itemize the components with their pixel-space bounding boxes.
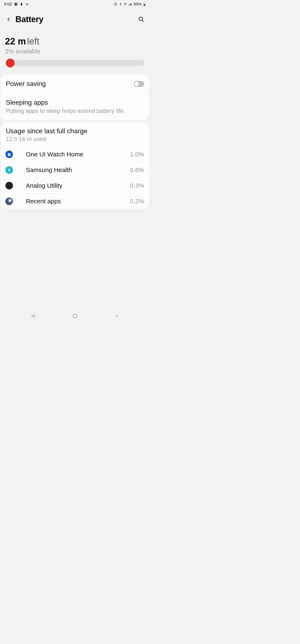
power-saving-label: Power saving (6, 80, 46, 88)
battery-hero: 22 m left 2% available (0, 26, 150, 72)
svg-point-2 (27, 5, 27, 5)
oneui-icon: S (5, 150, 13, 158)
app-row-analog[interactable]: Analog Utility 0.3% (1, 178, 149, 193)
time-remaining-suffix: left (27, 36, 39, 46)
usage-subtitle: 12 h 16 m used (6, 136, 144, 142)
recent-icon (5, 198, 13, 205)
health-icon (5, 166, 13, 174)
svg-rect-11 (144, 4, 145, 6)
nav-back-button[interactable] (113, 312, 120, 320)
dnd-icon (14, 2, 18, 6)
app-pct: 0.3% (130, 182, 144, 189)
svg-point-14 (9, 168, 10, 170)
svg-rect-10 (144, 2, 145, 2)
time-remaining-value: 22 m (5, 36, 26, 46)
status-battery-pct: 60% (134, 2, 142, 6)
app-name: Recent apps (26, 198, 61, 205)
alarm-icon (114, 2, 117, 6)
sleeping-apps-title: Sleeping apps (6, 99, 125, 106)
sleeping-apps-row[interactable]: Sleeping apps Putting apps to sleep help… (1, 93, 149, 120)
battery-icon (143, 2, 146, 6)
status-time: 9:02 (4, 2, 12, 6)
app-name: Analog Utility (26, 182, 62, 189)
wifi-indoor-icon (25, 2, 29, 6)
usage-title: Usage since last full charge (6, 127, 144, 135)
app-row-oneui[interactable]: S One UI Watch Home 1.0% (1, 146, 149, 162)
svg-point-4 (125, 5, 125, 5)
svg-rect-8 (131, 3, 131, 6)
app-pct: 0.6% (130, 166, 144, 174)
back-button[interactable] (5, 16, 12, 23)
svg-rect-16 (73, 314, 77, 318)
app-pct: 0.2% (130, 198, 144, 205)
svg-rect-6 (129, 4, 130, 6)
app-usage-list: S One UI Watch Home 1.0% Samsung Health … (1, 144, 149, 209)
settings-card: Power saving Sleeping apps Putting apps … (1, 74, 149, 120)
nav-recents-button[interactable] (29, 312, 37, 320)
svg-text:S: S (8, 154, 10, 156)
power-saving-row[interactable]: Power saving (1, 74, 149, 93)
status-bar: 9:02 60% (0, 0, 150, 8)
svg-rect-7 (130, 4, 131, 6)
page-header: Battery (0, 8, 150, 26)
page-title: Battery (15, 14, 43, 24)
usage-card: Usage since last full charge 12 h 16 m u… (1, 122, 149, 209)
activity-icon (20, 2, 23, 6)
battery-bar-knob (6, 58, 14, 67)
nav-home-button[interactable] (71, 312, 79, 320)
power-saving-toggle[interactable] (134, 81, 144, 87)
navigation-bar (0, 310, 150, 322)
analog-icon (5, 182, 13, 189)
app-name: Samsung Health (26, 166, 72, 174)
app-row-recent[interactable]: Recent apps 0.2% (1, 193, 149, 209)
app-pct: 1.0% (130, 151, 144, 158)
signal-icon (129, 2, 132, 6)
app-name: One UI Watch Home (26, 151, 83, 158)
wifi-icon (123, 2, 127, 6)
battery-bar-track (7, 60, 144, 66)
svg-rect-1 (15, 4, 17, 4)
svg-point-12 (139, 17, 143, 21)
app-row-health[interactable]: Samsung Health 0.6% (1, 162, 149, 178)
battery-bar (6, 60, 144, 66)
time-remaining: 22 m left (5, 36, 145, 46)
search-button[interactable] (137, 16, 145, 23)
usage-header[interactable]: Usage since last full charge 12 h 16 m u… (1, 122, 149, 144)
svg-rect-5 (129, 5, 129, 6)
bluetooth-icon (119, 2, 122, 6)
sleeping-apps-subtitle: Putting apps to sleep helps extend batte… (6, 107, 125, 115)
percent-available: 2% available (5, 48, 145, 55)
